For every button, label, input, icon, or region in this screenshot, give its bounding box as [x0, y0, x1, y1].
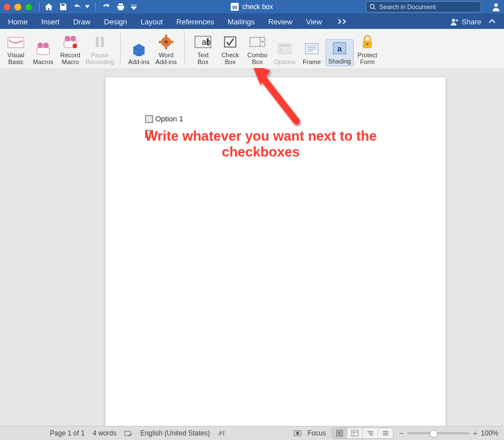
- svg-point-12: [73, 44, 77, 48]
- navigation-gutter: [0, 68, 44, 426]
- undo-icon[interactable]: [73, 3, 83, 11]
- qat-customize-icon[interactable]: [131, 4, 137, 10]
- document-page[interactable]: Option 1: [105, 77, 446, 426]
- account-icon[interactable]: [492, 2, 501, 11]
- word-addins-button[interactable]: Word Add-ins: [153, 33, 180, 66]
- svg-text:ab: ab: [202, 37, 211, 46]
- share-label: Share: [461, 18, 481, 26]
- pause-recording-icon: [91, 33, 108, 50]
- focus-mode-icon[interactable]: [294, 429, 302, 437]
- word-app-icon: W: [231, 3, 239, 11]
- text-box-button[interactable]: ab Text Box: [189, 33, 217, 66]
- tab-references[interactable]: References: [176, 18, 214, 26]
- document-canvas[interactable]: Option 1 Write whatever you want next to…: [44, 68, 504, 426]
- frame-button[interactable]: Frame: [298, 40, 325, 66]
- share-button[interactable]: Share: [450, 18, 481, 26]
- word-addins-label: Word Add-ins: [155, 52, 176, 65]
- collapse-ribbon-icon[interactable]: [488, 18, 496, 26]
- record-macro-button[interactable]: Record Macro: [57, 33, 84, 66]
- svg-point-2: [370, 4, 374, 8]
- status-language[interactable]: English (United States): [140, 429, 210, 437]
- separator: [184, 32, 185, 65]
- annotation-arrow-icon: [245, 68, 308, 127]
- window-close-button[interactable]: [3, 3, 11, 11]
- focus-label[interactable]: Focus: [307, 429, 326, 437]
- status-page[interactable]: Page 1 of 1: [50, 429, 84, 437]
- more-tabs-icon[interactable]: [338, 18, 348, 25]
- tab-view[interactable]: View: [306, 18, 322, 26]
- options-button: Options: [271, 40, 298, 66]
- combo-box-button[interactable]: Combo Box: [244, 33, 271, 66]
- tab-design[interactable]: Design: [104, 18, 127, 26]
- svg-rect-17: [165, 35, 167, 38]
- check-box-icon: [222, 33, 239, 50]
- protect-form-button[interactable]: Protect Form: [354, 33, 381, 66]
- macros-button[interactable]: Macros: [29, 40, 57, 66]
- macros-label: Macros: [33, 58, 53, 65]
- separator: [39, 2, 40, 11]
- form-checkbox-line-2[interactable]: [145, 130, 406, 138]
- zoom-percent[interactable]: 100%: [481, 429, 498, 437]
- tab-insert[interactable]: Insert: [41, 18, 60, 26]
- web-layout-view-icon[interactable]: [348, 428, 363, 438]
- protect-form-label: Protect Form: [358, 52, 378, 65]
- addins-label: Add-ins: [128, 58, 149, 65]
- frame-label: Frame: [303, 58, 321, 65]
- view-mode-switch[interactable]: [332, 428, 393, 439]
- tab-mailings[interactable]: Mailings: [228, 18, 255, 26]
- home-icon[interactable]: [44, 3, 53, 11]
- svg-rect-26: [279, 45, 290, 46]
- check-box-label: Check Box: [221, 52, 239, 65]
- tab-draw[interactable]: Draw: [73, 18, 90, 26]
- form-checkbox-icon[interactable]: [145, 115, 153, 123]
- check-box-button[interactable]: Check Box: [217, 33, 244, 66]
- svg-point-4: [452, 19, 455, 22]
- zoom-in-button[interactable]: +: [473, 429, 477, 438]
- tab-layout[interactable]: Layout: [141, 18, 163, 26]
- zoom-out-button[interactable]: −: [399, 429, 404, 438]
- visual-basic-label: Visual Basic: [7, 52, 24, 65]
- svg-point-11: [70, 36, 76, 41]
- draft-view-icon[interactable]: [378, 428, 393, 438]
- shading-label: Shading: [328, 58, 351, 65]
- tab-home[interactable]: Home: [8, 18, 28, 26]
- outline-view-icon[interactable]: [363, 428, 378, 438]
- zoom-slider-thumb[interactable]: [430, 430, 438, 438]
- svg-rect-20: [170, 41, 173, 43]
- save-icon[interactable]: [59, 3, 67, 11]
- separator: [120, 32, 121, 65]
- option1-text[interactable]: Option 1: [155, 115, 183, 123]
- form-checkbox-icon[interactable]: [145, 130, 153, 138]
- search-in-document[interactable]: [366, 1, 481, 12]
- share-icon: [450, 18, 459, 26]
- status-word-count[interactable]: 4 words: [92, 429, 116, 437]
- combo-box-label: Combo Box: [247, 52, 267, 65]
- redo-icon[interactable]: [101, 3, 111, 11]
- print-icon[interactable]: [116, 3, 125, 11]
- window-minimize-button[interactable]: [14, 3, 22, 11]
- pause-recording-label: Pause Recording: [86, 52, 114, 65]
- macros-icon: [35, 40, 52, 57]
- tab-review[interactable]: Review: [268, 18, 293, 26]
- pause-recording-button: Pause Recording: [84, 33, 116, 66]
- undo-dropdown-icon[interactable]: [85, 5, 90, 9]
- svg-point-16: [164, 40, 168, 44]
- svg-text:a: a: [337, 44, 342, 53]
- svg-point-10: [65, 36, 70, 41]
- visual-basic-button[interactable]: Visual Basic: [2, 33, 29, 66]
- document-title-text: check box: [242, 3, 273, 11]
- spellcheck-icon[interactable]: [124, 429, 132, 437]
- window-zoom-button[interactable]: [25, 3, 32, 11]
- svg-rect-19: [159, 41, 162, 43]
- print-layout-view-icon[interactable]: [332, 428, 348, 438]
- addins-button[interactable]: Add-ins: [125, 40, 153, 66]
- svg-point-31: [366, 43, 369, 45]
- shading-button[interactable]: a Shading: [325, 39, 354, 66]
- zoom-slider[interactable]: [407, 432, 469, 434]
- statusbar-gutter: [0, 426, 44, 440]
- svg-rect-27: [306, 44, 318, 54]
- search-input[interactable]: [378, 3, 477, 11]
- svg-rect-6: [37, 48, 49, 54]
- accessibility-icon[interactable]: [218, 429, 226, 437]
- svg-point-8: [43, 43, 49, 48]
